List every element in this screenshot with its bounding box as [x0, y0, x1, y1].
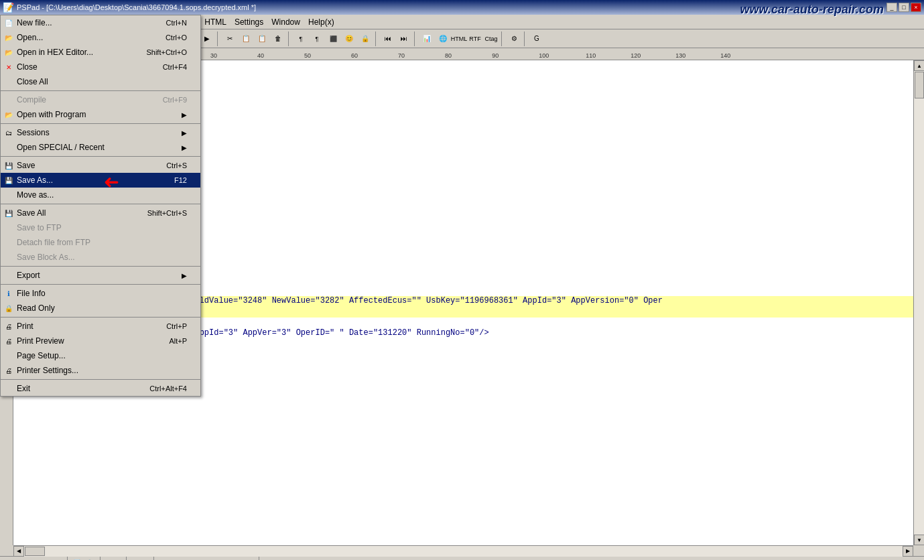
menu-window[interactable]: Window [267, 16, 304, 28]
export-label: Export [17, 271, 40, 280]
exit-shortcut: Ctrl+Alt+F4 [149, 384, 187, 393]
menu-help[interactable]: Help(x) [304, 16, 338, 28]
menu-open[interactable]: 📂 Open... Ctrl+O [1, 30, 200, 45]
tb-btn-18[interactable]: HTML [452, 31, 466, 46]
open-with-icon: 📂 [3, 109, 14, 120]
tb-btn-12[interactable]: 😊 [342, 31, 356, 46]
printer-settings-icon: 🖨 [3, 365, 14, 376]
ruler-content: 10 20 30 40 50 60 70 80 90 100 110 120 1… [147, 48, 924, 60]
tb-btn-10[interactable]: ¶ [310, 31, 324, 46]
menu-export[interactable]: Export ▶ [1, 268, 200, 283]
tb-btn-13[interactable]: 🔒 [358, 31, 373, 46]
menu-file-info[interactable]: ℹ File Info [1, 286, 200, 301]
menu-save-as[interactable]: 💾 Save As... F12 [1, 173, 200, 188]
save-as-icon: 💾 [3, 175, 14, 186]
save-ftp-label: Save to FTP [17, 223, 62, 232]
hscroll-thumb[interactable] [25, 547, 45, 556]
scroll-left-arrow[interactable]: ◀ [13, 546, 24, 557]
compile-icon [3, 94, 14, 105]
scroll-thumb[interactable] [915, 72, 924, 98]
menu-sep-8 [1, 379, 200, 380]
export-arrow: ▶ [182, 272, 187, 279]
toolbar-sep-8 [501, 31, 504, 46]
menu-exit[interactable]: Exit Ctrl+Alt+F4 [1, 381, 200, 396]
title-bar-controls[interactable]: _ □ × [886, 3, 921, 12]
sessions-icon: 🗂 [3, 127, 14, 138]
scrollbar-vertical[interactable]: ▲ ▼ [913, 60, 924, 545]
detach-ftp-icon [3, 237, 14, 248]
save-icon: 💾 [3, 160, 14, 171]
close-all-icon [3, 76, 14, 87]
open-with-label: Open with Program [17, 110, 86, 119]
tb-btn-14[interactable]: ⏮ [381, 31, 395, 46]
menu-sep-3 [1, 156, 200, 157]
tb-btn-11[interactable]: ⬛ [326, 31, 340, 46]
cut-button[interactable]: ✂ [222, 31, 237, 46]
open-icon: 📂 [3, 32, 14, 43]
page-setup-icon [3, 350, 14, 361]
menu-read-only[interactable]: 🔒 Read Only [1, 301, 200, 316]
file-menu-dropdown[interactable]: 📄 New file... Ctrl+N 📂 Open... Ctrl+O 📂 … [0, 15, 201, 397]
toolbar-sep-6 [375, 31, 378, 46]
print-shortcut: Ctrl+P [166, 322, 187, 330]
recent-arrow: ▶ [182, 144, 187, 151]
copy-button[interactable]: 📋 [239, 31, 253, 46]
menu-sep-5 [1, 266, 200, 267]
menu-print-preview[interactable]: 🖨 Print Preview Alt+P [1, 334, 200, 348]
read-only-label: Read Only [17, 303, 55, 313]
title-bar-left: 📝 PSPad - [C:\Users\diag\Desktop\Scania\… [3, 2, 256, 13]
close-icon: ✕ [3, 62, 14, 72]
maximize-button[interactable]: □ [899, 3, 909, 12]
tb-btn-16[interactable]: 📊 [419, 31, 434, 46]
print-preview-label: Print Preview [17, 336, 64, 346]
menu-close-all[interactable]: Close All [1, 74, 200, 89]
paste-button[interactable]: 📋 [255, 31, 269, 46]
tb-btn-22[interactable]: G [529, 31, 544, 46]
menu-print[interactable]: 🖨 Print Ctrl+P [1, 319, 200, 334]
page-setup-label: Page Setup... [17, 351, 66, 360]
menu-open-with[interactable]: 📂 Open with Program ▶ [1, 107, 200, 122]
tb-btn-17[interactable]: 🌐 [436, 31, 450, 46]
hscroll-track[interactable] [24, 546, 903, 557]
scroll-track[interactable] [914, 71, 924, 535]
toolbar-sep-4 [217, 31, 220, 46]
open-hex-icon: 📂 [3, 47, 14, 58]
menu-page-setup[interactable]: Page Setup... [1, 348, 200, 363]
app-icon: 📝 [3, 2, 14, 13]
save-all-shortcut: Shift+Ctrl+S [147, 209, 187, 217]
menu-save[interactable]: 💾 Save Ctrl+S [1, 158, 200, 173]
menu-sep-1 [1, 90, 200, 91]
menu-printer-settings[interactable]: 🖨 Printer Settings... [1, 363, 200, 378]
tb-btn-20[interactable]: Ctag [484, 31, 499, 46]
menu-move-as[interactable]: Move as... [1, 188, 200, 202]
tb-btn-19[interactable]: RTF [468, 31, 482, 46]
tb-btn-9[interactable]: ¶ [293, 31, 308, 46]
menu-save-all[interactable]: 💾 Save All Shift+Ctrl+S [1, 206, 200, 220]
menu-sep-6 [1, 284, 200, 285]
scroll-down-arrow[interactable]: ▼ [914, 535, 924, 545]
tb-btn-15[interactable]: ⏭ [397, 31, 411, 46]
tb-btn-7[interactable]: ▶ [200, 31, 214, 46]
file-info-icon: ℹ [3, 288, 14, 299]
save-label: Save [17, 161, 35, 170]
close-button[interactable]: × [911, 3, 921, 12]
file-info-label: File Info [17, 289, 46, 298]
menu-sessions[interactable]: 🗂 Sessions ▶ [1, 125, 200, 140]
tb-btn-21[interactable]: ⚙ [507, 31, 521, 46]
menu-settings[interactable]: Settings [230, 16, 267, 28]
scroll-right-arrow[interactable]: ▶ [903, 546, 913, 557]
minimize-button[interactable]: _ [886, 3, 897, 12]
scroll-up-arrow[interactable]: ▲ [914, 60, 924, 71]
menu-open-hex[interactable]: 📂 Open in HEX Editor... Shift+Ctrl+O [1, 45, 200, 60]
save-shortcut: Ctrl+S [166, 161, 187, 169]
menu-open-recent[interactable]: Open SPECIAL / Recent ▶ [1, 140, 200, 155]
watermark: www.car-auto-repair.com [740, 3, 884, 17]
compile-shortcut: Ctrl+F9 [163, 96, 187, 104]
menu-html[interactable]: HTML [200, 16, 230, 28]
toolbar-sep-7 [414, 31, 417, 46]
tb-btn-8[interactable]: 🗑 [271, 31, 285, 46]
print-preview-shortcut: Alt+P [169, 337, 187, 345]
menu-new-file[interactable]: 📄 New file... Ctrl+N [1, 15, 200, 30]
menu-close[interactable]: ✕ Close Ctrl+F4 [1, 60, 200, 74]
scrollbar-horizontal[interactable]: ◀ ▶ [13, 545, 913, 556]
